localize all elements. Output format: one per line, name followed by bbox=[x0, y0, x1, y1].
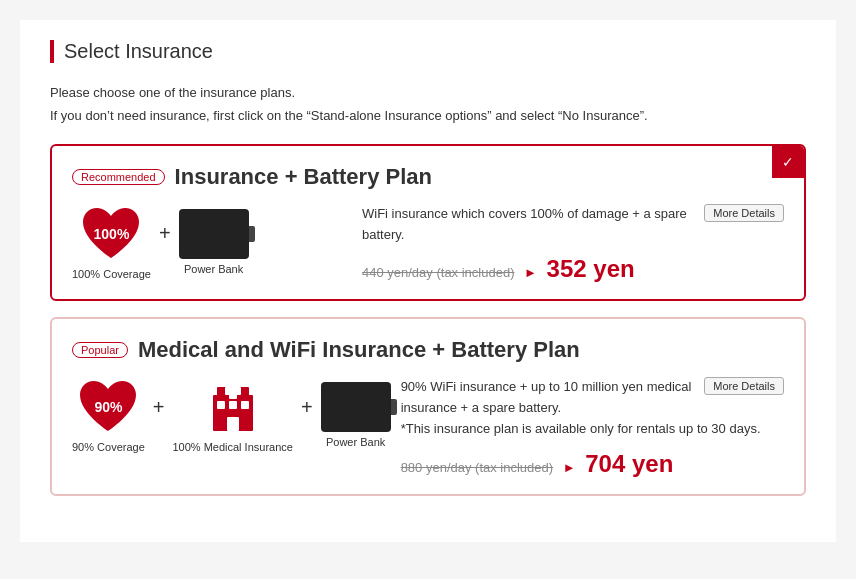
powerbank-label: Power Bank bbox=[184, 263, 243, 275]
page-title: Select Insurance bbox=[64, 40, 213, 63]
powerbank-label-2: Power Bank bbox=[326, 436, 385, 448]
description-block: Please choose one of the insurance plans… bbox=[50, 81, 806, 128]
medical-label: 100% Medical Insurance bbox=[172, 441, 292, 453]
desc-content: WiFi insurance which covers 100% of dama… bbox=[362, 206, 687, 242]
plan-icons-battery: 100% 100% Coverage + Power Bank bbox=[72, 204, 352, 280]
plan-description-medical: More Details 90% WiFi insurance + up to … bbox=[391, 377, 784, 477]
section-title-bar: Select Insurance bbox=[50, 40, 806, 63]
coverage-percent: 100% bbox=[94, 226, 130, 242]
plan-header-medical: Popular Medical and WiFi Insurance + Bat… bbox=[72, 337, 784, 363]
svg-rect-6 bbox=[241, 401, 249, 409]
svg-rect-3 bbox=[225, 387, 241, 395]
plan-card-medical[interactable]: Popular Medical and WiFi Insurance + Bat… bbox=[50, 317, 806, 495]
plus-sign-2a: + bbox=[153, 396, 165, 419]
desc-content-2: 90% WiFi insurance + up to 10 million ye… bbox=[401, 379, 692, 415]
description-line2: If you don’t need insurance, first click… bbox=[50, 104, 806, 127]
plan-title-medical: Medical and WiFi Insurance + Battery Pla… bbox=[138, 337, 580, 363]
price-row-1: 440 yen/day (tax included) ► 352 yen bbox=[362, 255, 784, 283]
price-row-2: 880 yen/day (tax included) ► 704 yen bbox=[401, 450, 784, 478]
plus-sign-2b: + bbox=[301, 396, 313, 419]
plan-header-battery: Recommended Insurance + Battery Plan bbox=[72, 164, 784, 190]
powerbank-icon-2 bbox=[321, 382, 391, 432]
plus-sign-1: + bbox=[159, 222, 171, 245]
powerbank-item-2: Power Bank bbox=[321, 382, 391, 448]
plan-card-battery[interactable]: Recommended Insurance + Battery Plan 100… bbox=[50, 144, 806, 302]
badge-recommended: Recommended bbox=[72, 169, 165, 185]
medical-icon bbox=[205, 377, 261, 437]
desc-text-2: More Details 90% WiFi insurance + up to … bbox=[401, 377, 784, 439]
heart-icon: 100% bbox=[79, 204, 143, 264]
price-arrow-1: ► bbox=[524, 265, 537, 280]
heart-icon-90: 90% bbox=[76, 377, 140, 437]
selected-checkmark bbox=[772, 146, 804, 178]
svg-rect-4 bbox=[217, 401, 225, 409]
coverage-percent-90: 90% bbox=[94, 399, 122, 415]
coverage-label-90: 90% Coverage bbox=[72, 441, 145, 453]
plan-description-battery: More Details WiFi insurance which covers… bbox=[352, 204, 784, 284]
price-original-1: 440 yen/day (tax included) bbox=[362, 265, 514, 280]
plan-title-battery: Insurance + Battery Plan bbox=[175, 164, 432, 190]
price-final-1: 352 yen bbox=[547, 255, 635, 282]
badge-popular: Popular bbox=[72, 342, 128, 358]
powerbank-icon bbox=[179, 209, 249, 259]
plan-body-medical: 90% 90% Coverage + bbox=[72, 377, 784, 477]
svg-rect-5 bbox=[229, 401, 237, 409]
price-final-2: 704 yen bbox=[585, 450, 673, 477]
more-details-button-2[interactable]: More Details bbox=[704, 377, 784, 395]
plan-body-battery: 100% 100% Coverage + Power Bank More Det… bbox=[72, 204, 784, 284]
powerbank-item: Power Bank bbox=[179, 209, 249, 275]
page-container: Select Insurance Please choose one of th… bbox=[20, 20, 836, 542]
medical-item: 100% Medical Insurance bbox=[172, 377, 292, 453]
medical-building-svg bbox=[209, 379, 257, 435]
price-arrow-2: ► bbox=[563, 460, 576, 475]
coverage-item: 100% 100% Coverage bbox=[72, 204, 151, 280]
svg-rect-7 bbox=[227, 417, 239, 431]
description-line1: Please choose one of the insurance plans… bbox=[50, 81, 806, 104]
coverage-label: 100% Coverage bbox=[72, 268, 151, 280]
desc-text: More Details WiFi insurance which covers… bbox=[362, 204, 784, 246]
more-details-button-1[interactable]: More Details bbox=[704, 204, 784, 222]
plan-icons-medical: 90% 90% Coverage + bbox=[72, 377, 391, 453]
coverage-item-90: 90% 90% Coverage bbox=[72, 377, 145, 453]
desc-note: *This insurance plan is available only f… bbox=[401, 421, 761, 436]
price-original-2: 880 yen/day (tax included) bbox=[401, 460, 553, 475]
